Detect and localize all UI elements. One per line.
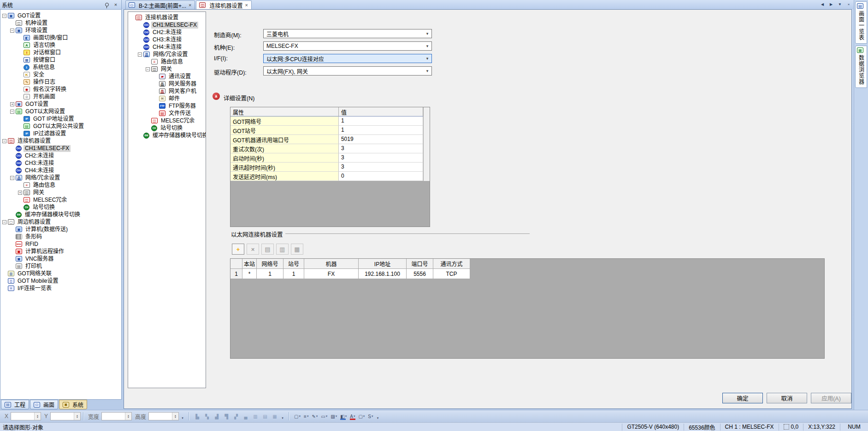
close-icon[interactable]: × [845,1,852,8]
fill-color-icon[interactable]: ◧▾ [339,412,348,420]
workspace-tab-画面[interactable]: ▭画面 [30,400,58,409]
toolbar-overflow-icon[interactable]: ▾ [280,412,285,421]
pin-icon[interactable] [105,1,112,8]
align-special-icon[interactable]: ▦ [271,412,279,420]
expand-toggle-icon[interactable]: + [18,191,22,195]
font-color-icon[interactable]: A▾ [349,412,356,420]
system-tree-item-13[interactable]: −▤GOT以太网设置 [0,108,121,115]
system-tree-item-29[interactable]: ▣计算机(数据传送) [0,226,121,233]
system-tree-item-35[interactable]: ▥GOT网络关联 [0,270,121,277]
dialog-tree-item-8[interactable]: ▰通讯设置 [128,73,206,80]
frame-style-icon[interactable]: ▢▾ [357,412,366,420]
system-tree-item-36[interactable]: ▯GOT Mobile设置 [0,277,121,285]
height-stepper[interactable]: ▲▼ [148,412,179,420]
dialog-tree-item-11[interactable]: ✉邮件 [128,95,206,102]
system-tree-item-28[interactable]: −▢周边机器设置 [0,218,121,226]
align-top-icon[interactable]: ▜ [222,412,230,420]
spin-down-icon[interactable]: ▼ [127,416,130,418]
dialog-tree-item-3[interactable]: CH3CH3:未连接 [128,36,206,43]
dialog-tree-item-10[interactable]: 品网关客户机 [128,87,206,95]
system-tree-item-31[interactable]: RFIDRFID [0,240,121,248]
detail-table-scroll-area[interactable] [423,107,430,116]
align-left-icon[interactable]: ▙ [193,412,201,420]
system-tree-item-17[interactable]: −◫连接机器设置 [0,137,121,145]
expand-toggle-icon[interactable]: − [2,14,6,18]
line-style-icon[interactable]: ≡▾ [303,412,309,420]
workspace-tab-工程[interactable]: ▤工程 [1,400,29,409]
field-combo-2[interactable]: 以太网:多CPU连接对应▾ [263,54,432,63]
detail-value-cell[interactable]: 5019 [339,135,423,144]
chevron-down-icon[interactable]: ▾ [345,414,347,418]
dialog-tree-item-12[interactable]: FTPFTP服务器 [128,102,206,110]
ethernet-cell[interactable]: 1 [283,269,304,279]
field-combo-1[interactable]: MELSEC-FX▾ [263,41,432,51]
chevron-down-icon[interactable]: ▾ [299,414,301,418]
dialog-tree-item-13[interactable]: ▤文件传送 [128,110,206,117]
distribute-vertical-icon[interactable]: ▤ [261,412,269,420]
dialog-tree-item-14[interactable]: ◫MELSEC冗余 [128,117,206,124]
detail-table-scroll-area[interactable] [423,135,430,144]
system-tree-item-21[interactable]: CH4CH4:未连接 [0,167,121,174]
chevron-down-icon[interactable]: ▾ [423,31,431,36]
dialog-tree-item-5[interactable]: −品网络/冗余设置 [128,51,206,58]
detail-table-scroll-area[interactable] [423,116,430,126]
detail-value-cell[interactable]: 1 [339,116,423,126]
dialog-tree-item-0[interactable]: ◫连接机器设置 [128,14,206,21]
align-center-icon[interactable]: ▚ [203,412,211,420]
system-tree-item-22[interactable]: −品网络/冗余设置 [0,174,121,181]
detail-value-cell[interactable]: 3 [339,144,423,153]
delete-button[interactable]: × [247,244,259,255]
width-stepper[interactable]: ▲▼ [101,412,132,420]
detail-table-scroll-area[interactable] [423,163,430,172]
toolbar-overflow-icon[interactable]: ▾ [376,412,380,421]
dialog-tree-item-2[interactable]: CH2CH2:未连接 [128,29,206,36]
system-tree-item-19[interactable]: CH2CH2:未连接 [0,152,121,159]
ethernet-cell[interactable]: 5556 [407,269,433,279]
paste-button[interactable]: ▦ [291,244,303,255]
chevron-down-icon[interactable]: ▾ [307,414,309,418]
detail-table-scroll-area[interactable] [423,126,430,135]
menu-down-icon[interactable]: ▼ [836,1,844,8]
ethernet-cell[interactable]: 1 [257,269,283,279]
right-dock-tab-1[interactable]: ▦数据浏览器 [855,46,867,88]
align-middle-icon[interactable]: ▞ [232,412,240,420]
expand-toggle-icon[interactable]: − [138,52,142,57]
system-tree-item-2[interactable]: −▣环境设置 [0,27,121,34]
expand-toggle-icon[interactable]: − [146,67,150,71]
duplicate-button[interactable]: ▥ [276,244,289,255]
system-tree-item-34[interactable]: ▤打印机 [0,262,121,270]
system-tree-item-16[interactable]: IPIP过滤器设置 [0,130,121,137]
chevron-down-icon[interactable]: ▾ [354,414,355,418]
rectangle-icon[interactable]: ▭▾ [320,412,328,420]
system-tree-item-4[interactable]: A语言切换 [0,41,121,49]
spinner-arrows-icon[interactable]: ▲▼ [125,413,131,420]
system-tree-item-26[interactable]: CH站号切换 [0,204,121,211]
expand-toggle-icon[interactable]: − [10,176,14,180]
spin-down-icon[interactable]: ▼ [36,416,39,418]
chevron-down-icon[interactable]: ▾ [372,414,373,418]
shape-style-icon[interactable]: S▾ [367,412,374,420]
chevron-down-icon[interactable]: ▾ [423,56,431,61]
dialog-tree-item-7[interactable]: −◫网关 [128,65,206,73]
add-button[interactable]: + [232,244,244,255]
detail-value-cell[interactable]: 3 [339,163,423,172]
spinner-arrows-icon[interactable]: ▲▼ [172,413,178,420]
system-tree-item-10[interactable]: ◉假名汉字转换 [0,86,121,93]
spin-down-icon[interactable]: ▼ [76,416,78,418]
cancel-button[interactable]: 取消 [767,393,807,403]
system-tree-item-1[interactable]: ◫机种设置 [0,19,121,27]
distribute-horizontal-icon[interactable]: ▥ [251,412,260,420]
ethernet-table-row[interactable]: 1*11FX192.168.1.1005556TCP [230,269,824,279]
system-tree-item-5[interactable]: !对话框窗口 [0,49,121,56]
y-stepper[interactable]: ▲▼ [50,412,81,420]
spin-down-icon[interactable]: ▼ [174,416,177,418]
system-tree-item-9[interactable]: ✎操作日志 [0,78,121,86]
hatch-icon[interactable]: ▨▾ [330,412,338,420]
tab-close-icon[interactable]: × [244,2,248,8]
align-bottom-icon[interactable]: ▄ [242,412,250,420]
scroll-left-icon[interactable]: ◀ [819,1,826,8]
detail-table-scroll-area[interactable] [423,172,430,181]
tab-close-icon[interactable]: × [188,2,192,8]
dialog-tree-item-15[interactable]: CH站号切换 [128,124,206,132]
scroll-right-icon[interactable]: ▶ [827,1,835,8]
